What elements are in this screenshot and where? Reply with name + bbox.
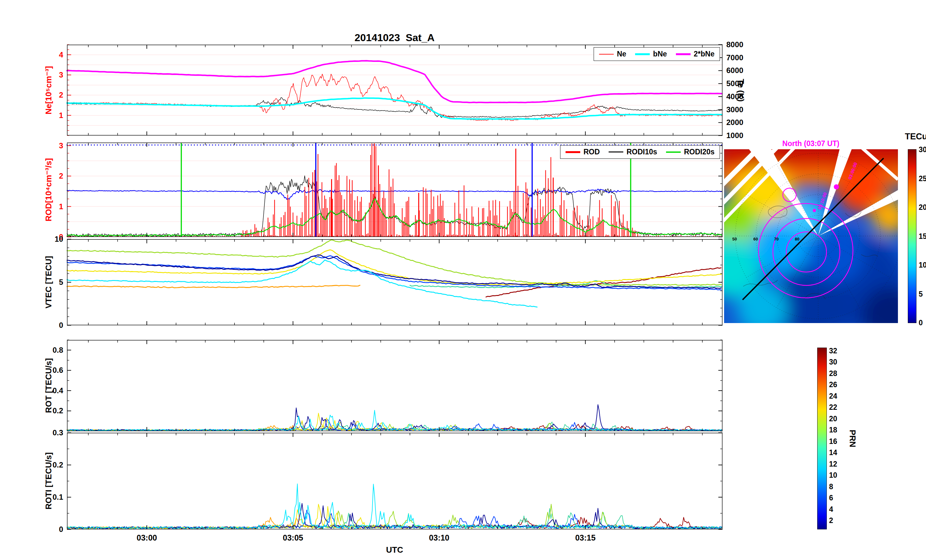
- colorbar-tick-label: 8: [829, 482, 833, 491]
- y-tick-label: 0: [59, 321, 63, 330]
- rod-y-axis-label: ROD[10⁴cm⁻³/s]: [44, 158, 54, 222]
- y-tick-label: 1: [59, 202, 63, 211]
- colorbar-tick-label: 16: [829, 437, 837, 445]
- colorbar-tick-label: 4: [829, 505, 833, 513]
- rot-y-axis-label: ROT [TECU/s]: [44, 358, 54, 413]
- plot-area-vtec: [67, 239, 722, 325]
- colorbar-tick-label: 20: [829, 414, 837, 423]
- y-tick-label: 10: [54, 235, 63, 244]
- legend-item-ROD: ROD: [566, 148, 600, 156]
- y-tick-label: 3: [59, 71, 63, 79]
- legend-label: 2*bNe: [694, 50, 714, 58]
- legend-swatch: [666, 151, 681, 153]
- colorbar-tick-label: 18: [829, 426, 837, 434]
- lat-label-50: 50: [732, 237, 737, 241]
- y-tick-label: 0.2: [53, 460, 63, 469]
- colorbar-tick-label: 2: [829, 516, 833, 525]
- colorbar-tick-label: 10: [829, 471, 837, 480]
- panel-rod: 0123RODRODI10sRODI20s: [67, 142, 722, 237]
- vtec-y-axis-label: VTEC [TECU]: [44, 256, 54, 309]
- legend-label: ROD: [583, 148, 600, 156]
- prn-colorbar-label: PRN: [847, 430, 858, 447]
- prn-colorbar: 2468101214161820222426283032: [817, 348, 827, 530]
- y-tick-label: 0.2: [53, 406, 63, 415]
- te-y-axis-label: Te (K): [736, 79, 746, 102]
- y-tick-label-right: 1000: [726, 131, 743, 140]
- legend-label: RODI10s: [626, 148, 657, 156]
- series-Ne: [67, 74, 722, 121]
- y-tick-label-right: 6000: [726, 66, 743, 75]
- x-tick-label: 03:15: [575, 533, 596, 542]
- legend-label: bNe: [653, 50, 667, 58]
- map-title: North (03:07 UT): [782, 139, 840, 148]
- y-tick-label-right: 7000: [726, 53, 743, 62]
- legend-rod: RODRODI10sRODI20s: [560, 145, 720, 159]
- legend-swatch: [599, 54, 614, 54]
- series-background-level: [67, 189, 722, 200]
- x-tick-label: 03:00: [136, 533, 157, 542]
- lat-label-70: 70: [774, 237, 779, 241]
- colorbar-tick-label: 30: [918, 145, 926, 154]
- y-tick-label: 0: [59, 525, 63, 534]
- colorbar-tick-label: 14: [829, 448, 837, 457]
- x-tick-label: 03:10: [429, 533, 449, 542]
- colorbar-tick-label: 15: [918, 232, 926, 241]
- lat-label-60: 60: [754, 237, 758, 241]
- y-tick-label: 4: [59, 50, 63, 59]
- colorbar-tick-label: 28: [829, 369, 837, 378]
- series-prn-orange: [67, 285, 360, 288]
- lat-label-80: 80: [795, 237, 799, 241]
- colorbar-tick-label: 5: [918, 289, 923, 298]
- series-prn-cyan: [67, 260, 537, 307]
- colorbar-tick-label: 30: [829, 358, 837, 366]
- y-tick-label: 1: [59, 111, 63, 120]
- roti-y-axis-label: ROTI [TECU/s]: [44, 452, 54, 509]
- track-marker-dot-2: [813, 209, 816, 212]
- colorbar-tick-label: 25: [918, 174, 926, 183]
- y-tick-label: 0.4: [53, 386, 63, 395]
- legend-item-RODI10s: RODI10s: [608, 148, 657, 156]
- series-prn-yellow: [67, 250, 721, 285]
- panel-ne-te: 123410002000300040005000600070008000NebN…: [67, 45, 722, 136]
- y-tick-label: 0.3: [53, 428, 63, 437]
- legend-item-RODI20s: RODI20s: [666, 148, 714, 156]
- series-prn-cyan: [67, 484, 722, 529]
- y-tick-label-right: 2000: [726, 118, 743, 127]
- colorbar-tick-label: 26: [829, 380, 837, 389]
- y-tick-label: 2: [59, 91, 63, 100]
- plot-area-rot: [67, 340, 722, 431]
- y-tick-label-right: 8000: [726, 40, 743, 49]
- y-tick-label: 0.6: [53, 366, 63, 375]
- legend-swatch: [635, 53, 650, 55]
- tec-colorbar-title: TECu: [905, 132, 926, 142]
- series-prn-navy: [67, 405, 722, 431]
- x-axis-label: UTC: [386, 545, 403, 555]
- series-prn-cyan: [67, 410, 722, 431]
- panel-roti: 03:0003:0503:1003:1500.10.20.3: [67, 433, 722, 530]
- series-prn-yellow: [67, 413, 453, 431]
- colorbar-tick-label: 22: [829, 403, 837, 412]
- y-tick-label: 2: [59, 172, 63, 180]
- y-tick-label-right: 3000: [726, 105, 743, 114]
- series-2*bNe: [67, 61, 722, 102]
- colorbar-tick-label: 6: [829, 494, 833, 502]
- series-prn-navy: [67, 504, 722, 529]
- ne-y-axis-label: Ne[10⁵cm⁻³]: [44, 66, 54, 115]
- legend-item-2*bNe: 2*bNe: [676, 50, 714, 58]
- polar-map-svg: 03:00:00 03:10:00 50 60 70 80: [724, 149, 898, 323]
- panel-rot: 0.20.40.60.8: [67, 340, 722, 431]
- colorbar-tick-label: 10: [918, 261, 926, 269]
- legend-label: Ne: [617, 50, 626, 58]
- panel-vtec: 0510: [67, 239, 722, 325]
- colorbar-tick-label: 20: [918, 203, 926, 212]
- legend-swatch: [608, 151, 623, 153]
- figure-title: 20141023 Sat_A: [355, 32, 435, 44]
- colorbar-tick-label: 24: [829, 392, 837, 400]
- legend-swatch: [566, 151, 580, 153]
- x-tick-label: 03:05: [283, 533, 303, 542]
- colorbar-tick-label: 12: [829, 460, 837, 468]
- legend-ne: NebNe2*bNe: [594, 47, 720, 61]
- figure-canvas: 20141023 Sat_A 1234100020003000400050006…: [0, 0, 926, 560]
- colorbar-tick-label: 32: [829, 346, 837, 355]
- legend-label: RODI20s: [684, 148, 714, 156]
